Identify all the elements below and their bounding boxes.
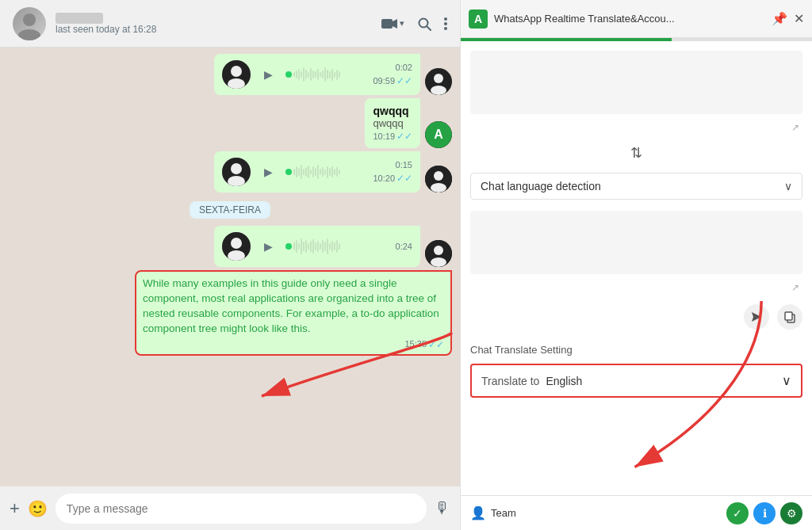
search-button[interactable] [417,17,431,31]
highlighted-text-message: While many examples in this guide only n… [8,270,452,356]
header-info: last seen today at 16:28 [56,13,371,35]
svg-point-22 [431,183,446,193]
svg-point-8 [444,27,447,30]
translate-to-label: Translate to [481,375,539,387]
contact-name [56,13,103,24]
svg-point-18 [231,163,242,174]
svg-line-5 [427,26,431,30]
translate-to-value: English [546,375,776,387]
message-input[interactable] [56,494,427,524]
copy-button[interactable] [777,304,802,330]
voice-timestamp-2: 10:20 ✓✓ [373,173,412,184]
voice-avatar-1 [222,60,251,89]
voice-bubble-3: ▶ 0:24 [214,226,420,267]
translation-input-textarea[interactable] [470,211,802,274]
chat-translate-setting-label: Chat Translate Setting [470,344,802,356]
textarea-resize-indicator: ↗ [470,122,802,133]
play-button-3[interactable]: ▶ [257,235,279,257]
header-icons: ▾ [381,17,447,31]
translation-output-textarea[interactable] [470,51,802,114]
extension-body: ↗ ⇅ Chat language detection ∨ ↗ [461,41,812,495]
svg-point-21 [434,171,443,181]
emoji-button[interactable]: 🙂 [28,499,48,518]
svg-point-28 [431,257,446,267]
svg-point-13 [434,74,443,83]
text-timestamp: 15:38 ✓✓ [143,338,444,352]
svg-point-1 [18,29,40,40]
svg-rect-31 [785,312,792,320]
chat-language-chevron-icon: ∨ [784,180,792,193]
whatsapp-panel: last seen today at 16:28 ▾ [0,0,460,530]
action-buttons-row [470,301,802,333]
svg-point-0 [23,13,36,26]
close-button[interactable]: ✕ [794,11,804,26]
waveform-3 [285,237,389,256]
svg-point-7 [444,22,447,25]
menu-button[interactable] [444,17,447,31]
video-call-button[interactable]: ▾ [381,17,404,31]
voice-message-1: ▶ 0:02 09:59 ✓✓ [8,54,452,95]
svg-rect-2 [381,19,393,29]
voice-duration-2: 0:15 [396,160,412,170]
svg-point-27 [434,246,443,255]
voice-bubble-2: ▶ 0:15 10:20 ✓✓ [214,151,420,193]
footer-green-button[interactable]: ✓ [726,502,749,524]
sender-avatar-1 [425,68,452,95]
microphone-button[interactable]: 🎙 [435,499,450,517]
footer-buttons: ✓ ℹ ⚙ [726,502,802,524]
waveform-1 [285,65,366,84]
voice-avatar-3 [222,232,251,261]
sender-avatar-qwqqq: A [425,121,452,148]
footer-username: Team [491,507,516,519]
svg-marker-3 [393,19,397,29]
contact-status: last seen today at 16:28 [56,24,371,35]
qwqqq-bubble: qwqqq qwqqq 10:19 ✓✓ [365,98,420,148]
qwqqq-message: qwqqq qwqqq 10:19 ✓✓ A [8,98,452,148]
pin-button[interactable]: 📌 [772,11,787,26]
chat-language-select[interactable]: Chat language detection [481,180,784,193]
svg-point-6 [444,17,447,21]
send-button[interactable] [744,304,769,330]
chat-header: last seen today at 16:28 ▾ [0,0,460,48]
extension-logo: A [469,10,488,29]
voice-message-2: ▶ 0:15 10:20 ✓✓ [8,151,452,193]
footer-dark-green-button[interactable]: ⚙ [780,502,802,524]
extension-header: A WhatsApp Realtime Translate&Accou... 📌… [461,0,812,38]
voice-duration-1: 0:02 [396,63,412,72]
chat-language-dropdown[interactable]: Chat language detection ∨ [470,173,802,200]
voice-timestamp-1: 09:59 ✓✓ [373,75,412,86]
qwqqq-title: qwqqq [373,105,412,117]
play-button-2[interactable]: ▶ [257,161,279,183]
extension-title: WhatsApp Realtime Translate&Accou... [494,13,765,25]
qwqqq-time: 10:19 ✓✓ [373,131,412,142]
waveform-2 [285,162,366,181]
sender-avatar-3 [425,240,452,267]
footer-blue-button[interactable]: ℹ [753,502,776,524]
chat-messages: ▶ 0:02 09:59 ✓✓ [0,48,460,486]
translate-to-dropdown[interactable]: Translate to English ∨ [470,364,802,398]
swap-languages-row: ⇅ [470,144,802,162]
voice-avatar-2 [222,158,251,186]
voice-duration-3: 0:24 [396,242,412,251]
qwqqq-subtitle: qwqqq [373,117,412,129]
avatar [13,7,46,40]
extension-panel: A WhatsApp Realtime Translate&Accou... 📌… [460,0,812,530]
add-attachment-button[interactable]: + [10,498,20,519]
svg-point-10 [231,66,242,77]
swap-icon[interactable]: ⇅ [630,144,642,162]
extension-footer: 👤 Team ✓ ℹ ⚙ [461,495,812,530]
user-icon: 👤 [470,505,486,520]
textarea2-resize-indicator: ↗ [470,282,802,293]
svg-point-24 [231,238,242,249]
svg-text:A: A [434,128,443,141]
voice-message-3: ▶ 0:24 [8,226,452,267]
date-divider: SEXTA-FEIRA [8,202,452,216]
footer-user: 👤 Team [470,505,718,520]
text-bubble-highlighted: While many examples in this guide only n… [135,270,452,356]
translate-to-chevron-icon: ∨ [782,373,791,388]
voice-bubble-1: ▶ 0:02 09:59 ✓✓ [214,54,420,95]
extension-header-icons: 📌 ✕ [772,11,804,26]
svg-point-14 [431,86,446,95]
play-button-1[interactable]: ▶ [257,63,279,86]
chat-input-bar: + 🙂 🎙 [0,486,460,530]
